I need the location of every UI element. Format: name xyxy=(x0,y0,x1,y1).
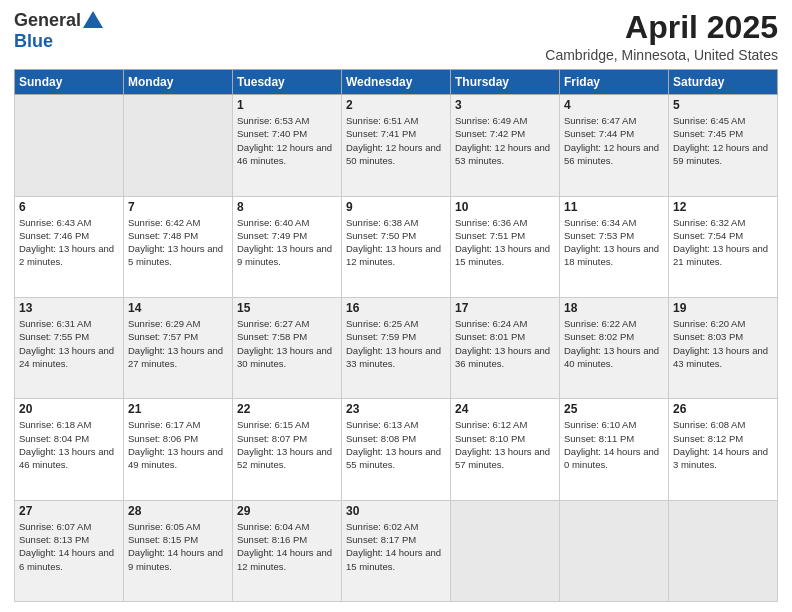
calendar-cell xyxy=(15,95,124,196)
calendar-header-wednesday: Wednesday xyxy=(342,70,451,95)
day-detail: Sunrise: 6:20 AMSunset: 8:03 PMDaylight:… xyxy=(673,317,773,370)
calendar-header-saturday: Saturday xyxy=(669,70,778,95)
calendar-cell: 30Sunrise: 6:02 AMSunset: 8:17 PMDayligh… xyxy=(342,500,451,601)
day-number: 22 xyxy=(237,402,337,416)
day-detail: Sunrise: 6:05 AMSunset: 8:15 PMDaylight:… xyxy=(128,520,228,573)
calendar-header-monday: Monday xyxy=(124,70,233,95)
header: General Blue April 2025 Cambridge, Minne… xyxy=(14,10,778,63)
calendar-week-row: 20Sunrise: 6:18 AMSunset: 8:04 PMDayligh… xyxy=(15,399,778,500)
calendar-cell: 15Sunrise: 6:27 AMSunset: 7:58 PMDayligh… xyxy=(233,297,342,398)
day-number: 28 xyxy=(128,504,228,518)
day-detail: Sunrise: 6:22 AMSunset: 8:02 PMDaylight:… xyxy=(564,317,664,370)
day-detail: Sunrise: 6:24 AMSunset: 8:01 PMDaylight:… xyxy=(455,317,555,370)
logo-triangle-icon xyxy=(83,11,103,28)
day-number: 8 xyxy=(237,200,337,214)
day-detail: Sunrise: 6:15 AMSunset: 8:07 PMDaylight:… xyxy=(237,418,337,471)
day-detail: Sunrise: 6:04 AMSunset: 8:16 PMDaylight:… xyxy=(237,520,337,573)
day-detail: Sunrise: 6:10 AMSunset: 8:11 PMDaylight:… xyxy=(564,418,664,471)
calendar-cell: 13Sunrise: 6:31 AMSunset: 7:55 PMDayligh… xyxy=(15,297,124,398)
calendar-week-row: 13Sunrise: 6:31 AMSunset: 7:55 PMDayligh… xyxy=(15,297,778,398)
day-number: 3 xyxy=(455,98,555,112)
day-number: 23 xyxy=(346,402,446,416)
day-detail: Sunrise: 6:51 AMSunset: 7:41 PMDaylight:… xyxy=(346,114,446,167)
day-detail: Sunrise: 6:08 AMSunset: 8:12 PMDaylight:… xyxy=(673,418,773,471)
main-title: April 2025 xyxy=(545,10,778,45)
day-detail: Sunrise: 6:36 AMSunset: 7:51 PMDaylight:… xyxy=(455,216,555,269)
day-number: 4 xyxy=(564,98,664,112)
logo: General Blue xyxy=(14,10,103,52)
calendar-cell: 18Sunrise: 6:22 AMSunset: 8:02 PMDayligh… xyxy=(560,297,669,398)
day-number: 16 xyxy=(346,301,446,315)
day-number: 26 xyxy=(673,402,773,416)
day-detail: Sunrise: 6:43 AMSunset: 7:46 PMDaylight:… xyxy=(19,216,119,269)
calendar-week-row: 1Sunrise: 6:53 AMSunset: 7:40 PMDaylight… xyxy=(15,95,778,196)
calendar-cell: 16Sunrise: 6:25 AMSunset: 7:59 PMDayligh… xyxy=(342,297,451,398)
logo-blue-text: Blue xyxy=(14,31,53,52)
calendar-cell: 27Sunrise: 6:07 AMSunset: 8:13 PMDayligh… xyxy=(15,500,124,601)
calendar-cell: 25Sunrise: 6:10 AMSunset: 8:11 PMDayligh… xyxy=(560,399,669,500)
calendar-cell: 4Sunrise: 6:47 AMSunset: 7:44 PMDaylight… xyxy=(560,95,669,196)
calendar-cell: 8Sunrise: 6:40 AMSunset: 7:49 PMDaylight… xyxy=(233,196,342,297)
day-detail: Sunrise: 6:42 AMSunset: 7:48 PMDaylight:… xyxy=(128,216,228,269)
calendar-cell: 9Sunrise: 6:38 AMSunset: 7:50 PMDaylight… xyxy=(342,196,451,297)
calendar-cell: 20Sunrise: 6:18 AMSunset: 8:04 PMDayligh… xyxy=(15,399,124,500)
page: General Blue April 2025 Cambridge, Minne… xyxy=(0,0,792,612)
day-number: 17 xyxy=(455,301,555,315)
calendar-cell: 17Sunrise: 6:24 AMSunset: 8:01 PMDayligh… xyxy=(451,297,560,398)
calendar-cell: 21Sunrise: 6:17 AMSunset: 8:06 PMDayligh… xyxy=(124,399,233,500)
calendar-cell: 22Sunrise: 6:15 AMSunset: 8:07 PMDayligh… xyxy=(233,399,342,500)
day-detail: Sunrise: 6:53 AMSunset: 7:40 PMDaylight:… xyxy=(237,114,337,167)
day-number: 18 xyxy=(564,301,664,315)
day-detail: Sunrise: 6:32 AMSunset: 7:54 PMDaylight:… xyxy=(673,216,773,269)
day-number: 30 xyxy=(346,504,446,518)
calendar-table: SundayMondayTuesdayWednesdayThursdayFrid… xyxy=(14,69,778,602)
calendar-cell: 1Sunrise: 6:53 AMSunset: 7:40 PMDaylight… xyxy=(233,95,342,196)
day-number: 19 xyxy=(673,301,773,315)
calendar-cell: 29Sunrise: 6:04 AMSunset: 8:16 PMDayligh… xyxy=(233,500,342,601)
calendar-cell: 12Sunrise: 6:32 AMSunset: 7:54 PMDayligh… xyxy=(669,196,778,297)
calendar-cell xyxy=(669,500,778,601)
calendar-cell: 7Sunrise: 6:42 AMSunset: 7:48 PMDaylight… xyxy=(124,196,233,297)
calendar-cell xyxy=(124,95,233,196)
day-detail: Sunrise: 6:27 AMSunset: 7:58 PMDaylight:… xyxy=(237,317,337,370)
subtitle: Cambridge, Minnesota, United States xyxy=(545,47,778,63)
day-number: 10 xyxy=(455,200,555,214)
day-number: 5 xyxy=(673,98,773,112)
calendar-cell xyxy=(451,500,560,601)
day-number: 7 xyxy=(128,200,228,214)
calendar-header-row: SundayMondayTuesdayWednesdayThursdayFrid… xyxy=(15,70,778,95)
calendar-cell xyxy=(560,500,669,601)
day-detail: Sunrise: 6:02 AMSunset: 8:17 PMDaylight:… xyxy=(346,520,446,573)
calendar-cell: 19Sunrise: 6:20 AMSunset: 8:03 PMDayligh… xyxy=(669,297,778,398)
calendar-cell: 2Sunrise: 6:51 AMSunset: 7:41 PMDaylight… xyxy=(342,95,451,196)
calendar-week-row: 27Sunrise: 6:07 AMSunset: 8:13 PMDayligh… xyxy=(15,500,778,601)
calendar-cell: 5Sunrise: 6:45 AMSunset: 7:45 PMDaylight… xyxy=(669,95,778,196)
day-number: 11 xyxy=(564,200,664,214)
day-number: 1 xyxy=(237,98,337,112)
day-number: 13 xyxy=(19,301,119,315)
day-number: 29 xyxy=(237,504,337,518)
day-detail: Sunrise: 6:18 AMSunset: 8:04 PMDaylight:… xyxy=(19,418,119,471)
day-number: 6 xyxy=(19,200,119,214)
day-number: 21 xyxy=(128,402,228,416)
day-number: 27 xyxy=(19,504,119,518)
day-detail: Sunrise: 6:47 AMSunset: 7:44 PMDaylight:… xyxy=(564,114,664,167)
day-detail: Sunrise: 6:13 AMSunset: 8:08 PMDaylight:… xyxy=(346,418,446,471)
title-block: April 2025 Cambridge, Minnesota, United … xyxy=(545,10,778,63)
calendar-cell: 24Sunrise: 6:12 AMSunset: 8:10 PMDayligh… xyxy=(451,399,560,500)
day-detail: Sunrise: 6:34 AMSunset: 7:53 PMDaylight:… xyxy=(564,216,664,269)
calendar-header-tuesday: Tuesday xyxy=(233,70,342,95)
calendar-cell: 26Sunrise: 6:08 AMSunset: 8:12 PMDayligh… xyxy=(669,399,778,500)
day-number: 24 xyxy=(455,402,555,416)
day-detail: Sunrise: 6:25 AMSunset: 7:59 PMDaylight:… xyxy=(346,317,446,370)
day-detail: Sunrise: 6:17 AMSunset: 8:06 PMDaylight:… xyxy=(128,418,228,471)
calendar-header-friday: Friday xyxy=(560,70,669,95)
calendar-cell: 6Sunrise: 6:43 AMSunset: 7:46 PMDaylight… xyxy=(15,196,124,297)
calendar-header-sunday: Sunday xyxy=(15,70,124,95)
calendar-cell: 11Sunrise: 6:34 AMSunset: 7:53 PMDayligh… xyxy=(560,196,669,297)
calendar-cell: 28Sunrise: 6:05 AMSunset: 8:15 PMDayligh… xyxy=(124,500,233,601)
day-detail: Sunrise: 6:07 AMSunset: 8:13 PMDaylight:… xyxy=(19,520,119,573)
day-detail: Sunrise: 6:49 AMSunset: 7:42 PMDaylight:… xyxy=(455,114,555,167)
day-detail: Sunrise: 6:40 AMSunset: 7:49 PMDaylight:… xyxy=(237,216,337,269)
day-detail: Sunrise: 6:38 AMSunset: 7:50 PMDaylight:… xyxy=(346,216,446,269)
